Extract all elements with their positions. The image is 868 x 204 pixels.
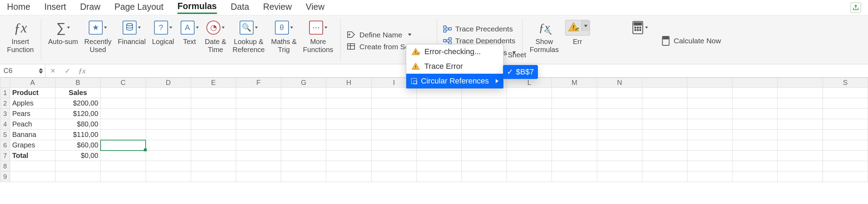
cell[interactable] bbox=[687, 88, 732, 98]
cell[interactable] bbox=[146, 88, 191, 98]
cell[interactable] bbox=[101, 172, 146, 182]
row-header[interactable]: 5 bbox=[0, 130, 10, 140]
cell[interactable] bbox=[687, 109, 732, 119]
col-header-M[interactable]: M bbox=[552, 78, 597, 88]
cell[interactable] bbox=[642, 98, 687, 109]
cell[interactable] bbox=[732, 119, 778, 130]
cell[interactable] bbox=[191, 109, 236, 119]
cell[interactable] bbox=[823, 161, 868, 172]
circular-ref-cell[interactable]: $B$7 bbox=[516, 67, 534, 76]
cell[interactable] bbox=[552, 172, 597, 182]
cell[interactable] bbox=[597, 151, 642, 161]
col-header-N[interactable]: N bbox=[597, 78, 642, 88]
tab-insert[interactable]: Insert bbox=[44, 2, 66, 13]
cell[interactable] bbox=[326, 119, 371, 130]
cell[interactable] bbox=[146, 130, 191, 140]
cell[interactable] bbox=[778, 130, 823, 140]
cell[interactable] bbox=[778, 151, 823, 161]
row-header[interactable]: 4 bbox=[0, 119, 10, 130]
cell[interactable] bbox=[191, 172, 236, 182]
cell[interactable] bbox=[101, 140, 146, 151]
cell[interactable] bbox=[101, 161, 146, 172]
cell[interactable] bbox=[281, 140, 326, 151]
cell[interactable] bbox=[236, 140, 281, 151]
cell[interactable] bbox=[823, 119, 868, 130]
cell[interactable] bbox=[371, 109, 416, 119]
cell[interactable] bbox=[371, 161, 416, 172]
cell[interactable] bbox=[732, 98, 778, 109]
tab-view[interactable]: View bbox=[306, 2, 324, 13]
cell[interactable] bbox=[326, 130, 371, 140]
col-header-L[interactable]: L bbox=[507, 78, 552, 88]
tab-page-layout[interactable]: Page Layout bbox=[115, 2, 163, 13]
cell[interactable]: Banana bbox=[10, 130, 55, 140]
menu-circular-references[interactable]: Circular References bbox=[406, 74, 503, 88]
cell[interactable] bbox=[146, 151, 191, 161]
cell[interactable] bbox=[416, 88, 461, 98]
cell[interactable] bbox=[416, 140, 461, 151]
cell[interactable] bbox=[642, 130, 687, 140]
cell[interactable] bbox=[101, 109, 146, 119]
row-header[interactable]: 2 bbox=[0, 98, 10, 109]
cell[interactable] bbox=[823, 172, 868, 182]
cell[interactable] bbox=[281, 109, 326, 119]
cell[interactable] bbox=[778, 98, 823, 109]
cell[interactable] bbox=[55, 161, 101, 172]
cell[interactable] bbox=[461, 88, 506, 98]
cell[interactable] bbox=[416, 151, 461, 161]
cell[interactable] bbox=[191, 140, 236, 151]
cell[interactable] bbox=[597, 88, 642, 98]
recently-used-button[interactable]: ★ Recently Used bbox=[82, 19, 114, 54]
col-header-F[interactable]: F bbox=[236, 78, 281, 88]
col-header-B[interactable]: B bbox=[55, 78, 101, 88]
cell[interactable] bbox=[507, 109, 552, 119]
cell[interactable] bbox=[281, 88, 326, 98]
cell[interactable] bbox=[236, 172, 281, 182]
cell[interactable] bbox=[552, 161, 597, 172]
cell[interactable] bbox=[507, 119, 552, 130]
cell[interactable]: $80,00 bbox=[55, 119, 101, 130]
show-formulas-button[interactable]: ƒx🔍 Show Formulas bbox=[527, 19, 561, 54]
more-functions-button[interactable]: ⋯ More Functions bbox=[301, 19, 335, 54]
cell[interactable] bbox=[191, 151, 236, 161]
row-header[interactable]: 1 bbox=[0, 88, 10, 98]
cell[interactable] bbox=[236, 161, 281, 172]
cell[interactable] bbox=[823, 140, 868, 151]
cell[interactable] bbox=[281, 151, 326, 161]
cell[interactable] bbox=[416, 130, 461, 140]
cell[interactable]: $0,00 bbox=[55, 151, 101, 161]
cell[interactable] bbox=[507, 172, 552, 182]
cell[interactable] bbox=[687, 98, 732, 109]
cell[interactable] bbox=[597, 130, 642, 140]
cell[interactable]: $60,00 bbox=[55, 140, 101, 151]
cell[interactable] bbox=[326, 172, 371, 182]
cell[interactable] bbox=[732, 109, 778, 119]
menu-error-checking[interactable]: ! Error-checking... bbox=[406, 44, 503, 59]
cell[interactable]: Total bbox=[10, 151, 55, 161]
cell[interactable] bbox=[642, 140, 687, 151]
cell[interactable] bbox=[281, 161, 326, 172]
cell[interactable] bbox=[326, 98, 371, 109]
cell[interactable] bbox=[326, 151, 371, 161]
cell[interactable] bbox=[461, 172, 506, 182]
col-header-Q[interactable] bbox=[732, 78, 778, 88]
cell[interactable] bbox=[191, 161, 236, 172]
cell[interactable] bbox=[10, 172, 55, 182]
row-header[interactable]: 3 bbox=[0, 109, 10, 119]
cell[interactable] bbox=[461, 161, 506, 172]
calc-options-button[interactable] bbox=[630, 19, 650, 36]
cell[interactable] bbox=[416, 98, 461, 109]
lookup-ref-button[interactable]: 🔍 Lookup & Reference bbox=[231, 19, 267, 54]
cell[interactable] bbox=[732, 172, 778, 182]
cell[interactable] bbox=[371, 140, 416, 151]
trace-precedents-button[interactable]: Trace Precedents bbox=[442, 24, 514, 34]
cell[interactable] bbox=[552, 140, 597, 151]
col-header-R[interactable] bbox=[778, 78, 823, 88]
cell[interactable] bbox=[778, 88, 823, 98]
col-header-G[interactable]: G bbox=[281, 78, 326, 88]
cell[interactable] bbox=[687, 161, 732, 172]
cell[interactable] bbox=[371, 88, 416, 98]
text-button[interactable]: A Text bbox=[178, 19, 201, 54]
row-header[interactable]: 7 bbox=[0, 151, 10, 161]
cell[interactable] bbox=[597, 109, 642, 119]
